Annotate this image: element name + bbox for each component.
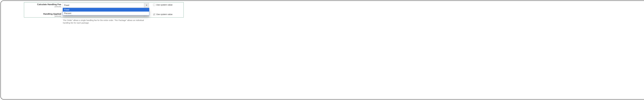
select-value: Fixed	[63, 3, 144, 7]
label-col: Handling Applied [website]	[24, 12, 63, 17]
use-system-checkbox-applied[interactable]	[153, 13, 155, 15]
calc-handling-fee-select[interactable]: Fixed	[63, 3, 149, 7]
field-scope: [website]	[24, 6, 61, 7]
config-row-calc: Calculate Handling Fee [website] Fixed U…	[24, 2, 184, 8]
field-label: Handling Applied	[24, 13, 61, 15]
dropdown-option-percent[interactable]: Percent	[63, 11, 149, 15]
label-col: Calculate Handling Fee [website]	[24, 2, 63, 8]
field-label: Calculate Handling Fee	[24, 3, 61, 6]
calc-handling-fee-dropdown: Fixed Percent	[63, 8, 149, 15]
dropdown-option-fixed[interactable]: Fixed	[63, 8, 149, 11]
use-system-checkbox-calc[interactable]	[153, 4, 155, 6]
field-scope: [website]	[24, 15, 61, 17]
use-system-col: Use system value	[150, 12, 172, 15]
config-panel: Calculate Handling Fee [website] Fixed U…	[24, 2, 184, 17]
control-col: Fixed	[63, 2, 150, 7]
use-system-col: Use system value	[150, 2, 172, 6]
chevron-down-icon	[144, 3, 149, 7]
use-system-label: Use system value	[156, 4, 172, 6]
help-text: "Per Order" allows a single handling fee…	[63, 19, 148, 24]
window-frame: Calculate Handling Fee [website] Fixed U…	[0, 0, 644, 100]
use-system-label: Use system value	[156, 13, 172, 15]
